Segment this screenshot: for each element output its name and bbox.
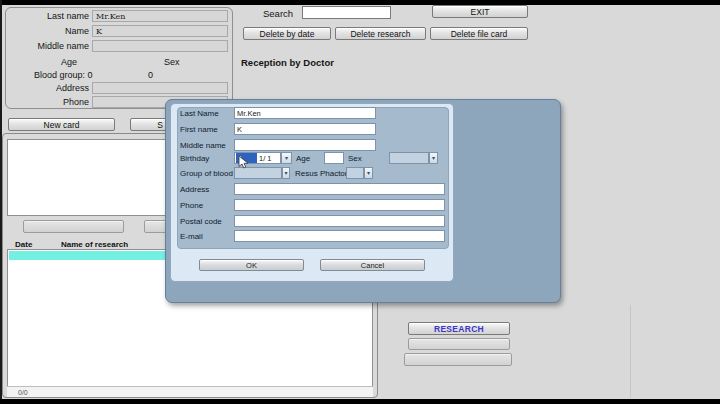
dlg-age-label: Age xyxy=(296,154,310,163)
address-value[interactable] xyxy=(92,82,228,94)
resus-dropdown[interactable] xyxy=(346,167,364,179)
dlg-last-name-label: Last Name xyxy=(180,109,219,118)
panel-divider xyxy=(630,305,631,398)
search-label: Search xyxy=(263,8,293,19)
sex-dropdown[interactable] xyxy=(389,152,429,164)
dlg-postal-label: Postal code xyxy=(180,217,222,226)
delete-by-date-button[interactable]: Delete by date xyxy=(243,27,331,40)
dlg-address-input[interactable] xyxy=(234,183,445,195)
resus-dropdown-button[interactable] xyxy=(364,167,373,179)
dlg-last-name-input[interactable] xyxy=(234,107,376,119)
column-header-name-of-research[interactable]: Name of research xyxy=(61,240,128,249)
dlg-age-input[interactable] xyxy=(324,152,344,164)
date-rest-text[interactable]: 1/ 1 xyxy=(259,154,272,163)
patient-card-dialog: OK Cancel Last Name First name Middle na… xyxy=(165,99,561,303)
dlg-email-input[interactable] xyxy=(234,230,445,242)
blood-group-value: 0 xyxy=(148,70,153,80)
disabled-action-button-1 xyxy=(23,220,124,233)
dlg-postal-input[interactable] xyxy=(234,215,445,227)
dlg-middle-name-label: Middle name xyxy=(180,141,226,150)
delete-file-card-button[interactable]: Delete file card xyxy=(430,27,528,40)
new-card-button[interactable]: New card xyxy=(8,118,115,131)
dlg-first-name-label: First name xyxy=(180,125,218,134)
letterbox-top xyxy=(0,0,720,5)
disabled-research-button-2 xyxy=(404,353,512,366)
middle-name-label: Middle name xyxy=(6,41,89,51)
middle-name-value[interactable] xyxy=(92,40,228,52)
patient-summary-panel: Last name Mr.Ken Name K Middle name Age … xyxy=(5,7,233,109)
disabled-research-button-1 xyxy=(408,338,510,350)
dlg-address-label: Address xyxy=(180,185,209,194)
dlg-resus-label: Resus Phactor xyxy=(295,169,347,178)
age-label: Age xyxy=(61,57,77,67)
dlg-sex-label: Sex xyxy=(348,154,362,163)
birthday-dropdown-button[interactable] xyxy=(281,152,292,164)
exit-button[interactable]: EXIT xyxy=(432,5,528,18)
search-input[interactable] xyxy=(302,6,391,19)
section-title: Reception by Doctor xyxy=(241,57,334,68)
mouse-cursor-icon xyxy=(238,155,250,169)
blood-group-label: Blood group: 0 xyxy=(34,70,93,80)
blood-group-dropdown-button[interactable] xyxy=(282,167,290,179)
column-header-date[interactable]: Date xyxy=(15,240,32,249)
dlg-phone-label: Phone xyxy=(180,201,203,210)
cancel-button[interactable]: Cancel xyxy=(320,259,425,271)
list-status-bar: 0/0 xyxy=(7,386,373,397)
delete-research-button[interactable]: Delete research xyxy=(335,27,426,40)
dlg-blood-label: Group of blood xyxy=(180,169,233,178)
dlg-phone-input[interactable] xyxy=(234,199,445,211)
name-value[interactable]: K xyxy=(92,25,228,37)
dlg-first-name-input[interactable] xyxy=(234,123,376,135)
dlg-birthday-label: Birthday xyxy=(180,154,209,163)
last-name-label: Last name xyxy=(6,11,89,21)
ok-button[interactable]: OK xyxy=(199,259,304,271)
letterbox-bottom xyxy=(0,399,720,404)
dlg-email-label: E-mail xyxy=(180,232,203,241)
address-label: Address xyxy=(6,83,89,93)
phone-label: Phone xyxy=(6,97,89,107)
last-name-value[interactable]: Mr.Ken xyxy=(92,10,228,22)
sex-dropdown-button[interactable] xyxy=(429,152,438,164)
sex-label: Sex xyxy=(164,57,180,67)
dlg-middle-name-input[interactable] xyxy=(234,139,376,151)
record-counter: 0/0 xyxy=(18,389,28,396)
research-button[interactable]: RESEARCH xyxy=(408,322,510,335)
name-label: Name xyxy=(6,26,89,36)
